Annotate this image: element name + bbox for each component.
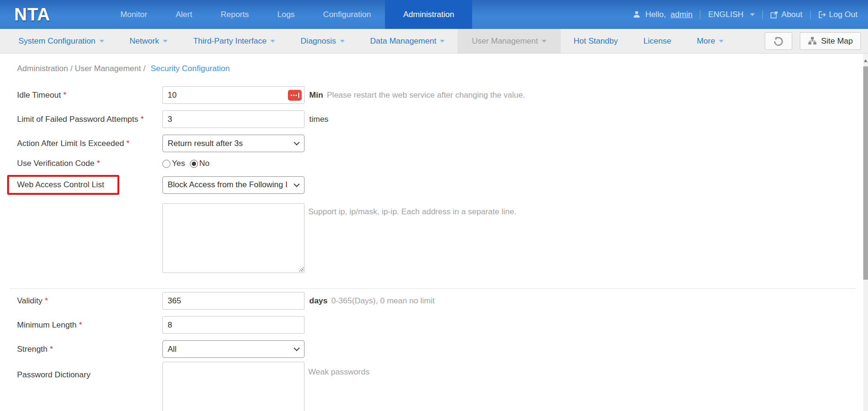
site-map-label: Site Map: [821, 37, 853, 46]
radio-yes-label: Yes: [172, 159, 185, 168]
chevron-down-icon: [294, 181, 300, 187]
chevron-down-icon: [294, 139, 300, 146]
subnav-item-data-management[interactable]: Data Management: [358, 29, 458, 53]
idle-timeout-input[interactable]: [162, 86, 304, 104]
validity-unit: days: [309, 296, 328, 306]
about-label: About: [781, 10, 802, 19]
topbar: NTA Monitor Alert Reports Logs Configura…: [0, 0, 868, 29]
validity-label: Validity*: [17, 296, 162, 306]
chevron-down-icon: [99, 40, 104, 43]
chevron-down-icon: [294, 345, 300, 351]
chevron-down-icon: [340, 40, 345, 43]
textarea-resize-grip-icon: [162, 203, 304, 273]
failed-attempts-label: Limit of Failed Password Attempts*: [17, 115, 162, 124]
subnav-item-diagnosis[interactable]: Diagnosis: [288, 29, 358, 53]
action-after-limit-select[interactable]: Return result after 3s: [162, 135, 304, 152]
row-failed-attempts: Limit of Failed Password Attempts* times: [17, 110, 868, 128]
row-validity: Validity* days 0-365(Days), 0 mean no li…: [17, 292, 868, 310]
required-asterisk: *: [45, 296, 48, 305]
subnav-item-network[interactable]: Network: [117, 29, 180, 53]
validity-input[interactable]: [162, 292, 304, 310]
security-configuration-form: Idle Timeout* Min Please restart the web…: [17, 86, 868, 411]
subnav: System Configuration Network Third-Party…: [0, 29, 868, 54]
nav-item-reports[interactable]: Reports: [206, 0, 263, 29]
divider: [700, 10, 700, 19]
subnav-item-hot-standby[interactable]: Hot Standby: [561, 29, 631, 53]
username-link[interactable]: admin: [671, 10, 692, 19]
language-label: ENGLISH: [708, 10, 743, 19]
chevron-down-icon: [719, 40, 724, 43]
password-dictionary-hint: Weak passwords: [308, 367, 369, 377]
refresh-button[interactable]: [765, 32, 792, 50]
row-idle-timeout: Idle Timeout* Min Please restart the web…: [17, 86, 868, 104]
top-navigation: Monitor Alert Reports Logs Configuration…: [106, 0, 472, 29]
idle-timeout-hint: Please restart the web service after cha…: [327, 91, 525, 100]
site-map-icon: [808, 37, 817, 46]
chevron-down-icon: [542, 40, 546, 43]
nav-item-monitor[interactable]: Monitor: [106, 0, 161, 29]
web-acl-select[interactable]: Block Access from the Following I: [162, 176, 304, 194]
web-acl-hint: Support ip, ip/mask, ip-ip. Each address…: [308, 207, 516, 217]
refresh-icon: [773, 36, 784, 47]
greeting-text: Hello,: [645, 10, 666, 19]
chevron-down-icon: [270, 40, 275, 43]
breadcrumb-path: Administration / User Management /: [17, 64, 145, 73]
logout-label: Log Out: [829, 10, 858, 19]
about-icon: [770, 11, 778, 18]
required-asterisk: *: [50, 345, 53, 354]
subnav-item-third-party-interface[interactable]: Third-Party Interface: [180, 29, 288, 53]
password-dictionary-label: Password Dictionary: [17, 362, 162, 380]
min-length-label: Minimum Length*: [17, 320, 162, 330]
user-icon: [633, 10, 641, 18]
required-asterisk: *: [141, 115, 144, 124]
radio-yes[interactable]: Yes: [162, 159, 185, 168]
app-logo: NTA: [14, 5, 50, 25]
strength-select[interactable]: All: [162, 340, 304, 358]
failed-attempts-input[interactable]: [162, 110, 304, 128]
verification-code-label: Use Verification Code*: [17, 159, 162, 168]
row-web-acl-list: Support ip, ip/mask, ip-ip. Each address…: [17, 203, 868, 273]
password-manager-badge-icon[interactable]: [288, 90, 302, 100]
subnav-item-more[interactable]: More: [684, 29, 736, 53]
subnav-item-user-management[interactable]: User Management: [457, 29, 561, 53]
section-divider: [9, 288, 855, 289]
breadcrumb-current[interactable]: Security Configuration: [151, 64, 230, 73]
nav-item-alert[interactable]: Alert: [161, 0, 206, 29]
radio-no[interactable]: No: [190, 159, 210, 168]
validity-hint: 0-365(Days), 0 mean no limit: [331, 296, 435, 306]
idle-timeout-label: Idle Timeout*: [17, 91, 162, 100]
idle-timeout-unit: Min: [309, 91, 323, 100]
scroll-up-arrow-icon[interactable]: [864, 59, 868, 62]
subnav-item-license[interactable]: License: [631, 29, 684, 53]
min-length-input[interactable]: [162, 316, 304, 334]
radio-circle-icon: [162, 160, 170, 168]
language-selector[interactable]: ENGLISH: [708, 10, 755, 19]
row-strength: Strength* All: [17, 340, 868, 358]
row-verification-code: Use Verification Code* Yes No: [17, 159, 868, 168]
strength-label: Strength*: [17, 345, 162, 354]
required-asterisk: *: [79, 320, 82, 329]
about-button[interactable]: About: [770, 10, 802, 19]
nav-item-logs[interactable]: Logs: [263, 0, 309, 29]
chevron-down-icon: [163, 40, 168, 43]
required-asterisk: *: [97, 159, 100, 168]
breadcrumb: Administration / User Management / Secur…: [17, 64, 868, 73]
failed-attempts-unit: times: [309, 115, 329, 124]
chevron-down-icon: [750, 13, 755, 16]
logout-button[interactable]: Log Out: [818, 10, 858, 19]
required-asterisk: *: [63, 91, 67, 100]
topbar-right: Hello, admin ENGLISH About Log Out: [633, 0, 858, 29]
nav-item-configuration[interactable]: Configuration: [309, 0, 385, 29]
required-asterisk: *: [126, 139, 130, 148]
vertical-scrollbar[interactable]: [863, 54, 868, 411]
site-map-button[interactable]: Site Map: [800, 32, 861, 50]
row-web-acl: Web Access Control List Block Access fro…: [17, 175, 868, 195]
scrollbar-thumb[interactable]: [863, 66, 868, 280]
action-after-limit-label: Action After Limit Is Exceeded*: [17, 139, 162, 148]
web-acl-textarea[interactable]: [162, 203, 304, 273]
subnav-toolbar: Site Map: [765, 29, 861, 53]
radio-circle-selected-icon: [190, 160, 198, 168]
nav-item-administration[interactable]: Administration: [385, 0, 472, 29]
password-dictionary-textarea[interactable]: [162, 362, 304, 411]
subnav-item-system-configuration[interactable]: System Configuration: [6, 29, 117, 53]
